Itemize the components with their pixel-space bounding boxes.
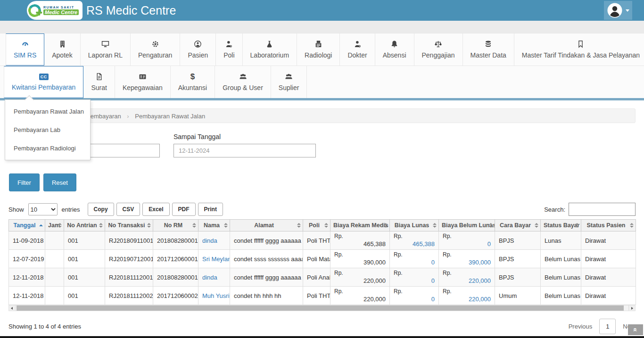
sort-icon: [384, 223, 388, 228]
biaya-belum-lunas-link[interactable]: 0: [487, 240, 491, 247]
date-filter-form: Sampai Tanggal: [17, 133, 644, 157]
nav-item-group-user[interactable]: Group & User: [215, 66, 271, 98]
table-row: 12-11-2018 001 RJ20181112002 20171206000…: [9, 287, 636, 305]
scroll-right-icon[interactable]: [628, 305, 635, 311]
column-header-biaya-rekam-medis[interactable]: Biaya Rekam Medis: [330, 220, 390, 231]
column-header-no-rm[interactable]: No RM: [153, 220, 198, 231]
patient-name-link[interactable]: Sri Meylani: [198, 250, 230, 268]
cell-cara-bayar: Umum: [495, 287, 541, 305]
nav-item-pasien[interactable]: Pasien: [180, 33, 216, 66]
horizontal-scrollbar[interactable]: [8, 305, 636, 311]
nav-item-pengaturan[interactable]: Pengaturan: [131, 33, 180, 66]
page-length-select[interactable]: 10: [28, 203, 58, 215]
nav-item-suplier[interactable]: Suplier: [271, 66, 307, 98]
cell-no-rm: 201808280001: [153, 268, 198, 287]
menu-item-pembayaran-radiologi[interactable]: Pembayaran Radiologi: [5, 139, 90, 157]
nav-item-penggajian[interactable]: Penggajian: [414, 33, 463, 66]
biaya-lunas-link[interactable]: 0: [431, 259, 435, 266]
cell-tanggal: 12-11-2018: [9, 287, 45, 305]
nav-item-kepegawaian[interactable]: Kepegawaian: [115, 66, 171, 98]
patient-name-link[interactable]: dinda: [198, 231, 230, 250]
scroll-left-icon[interactable]: [9, 305, 16, 311]
scales-icon: [434, 40, 442, 48]
nav-item-master-data[interactable]: Master Data: [463, 33, 514, 66]
cell-tanggal: 12-11-2018: [9, 268, 45, 287]
column-header-alamat[interactable]: Alamat: [230, 220, 303, 231]
column-header-no-antrian[interactable]: No Antrian: [64, 220, 105, 231]
scrollbar-thumb[interactable]: [17, 305, 624, 311]
page-1-button[interactable]: 1: [599, 319, 616, 334]
nav-item-surat[interactable]: Surat: [83, 66, 115, 98]
cell-jam: [45, 250, 64, 268]
column-header-biaya-belum-lunas[interactable]: Biaya Belum Lunas: [439, 220, 495, 231]
cell-biaya-belum-lunas: Rp.390,000: [439, 250, 495, 268]
copy-button[interactable]: Copy: [88, 203, 114, 216]
nav-item-laboratorium[interactable]: Laboratorium: [243, 33, 297, 66]
biaya-lunas-link[interactable]: 0: [431, 277, 435, 284]
payments-table: Tanggal Jam No Antrian No Transaksi No R…: [8, 219, 636, 305]
cell-biaya-belum-lunas: Rp.220,000: [439, 268, 495, 287]
logo-plus-icon: [36, 9, 42, 15]
sort-icon: [324, 223, 328, 228]
column-header-tanggal[interactable]: Tanggal: [9, 220, 45, 231]
biaya-belum-lunas-link[interactable]: 220,000: [469, 277, 491, 284]
sampai-tanggal-input[interactable]: [173, 144, 316, 157]
pagination: Previous 1 Next: [569, 319, 636, 334]
table-controls: Show 10 entries Copy CSV Excel PDF Print…: [8, 203, 636, 216]
patient-name-link[interactable]: Muh Yusri: [198, 287, 230, 305]
nav-item-absensi[interactable]: Absensi: [375, 33, 414, 66]
nav-item-dokter[interactable]: Dokter: [340, 33, 375, 66]
main-navigation: SIM RS Apotek Laporan RL Pengaturan Pasi…: [0, 21, 644, 100]
nav-item-master-tarif[interactable]: Master Tarif Tindakan & Jasa Pelayanan: [514, 33, 644, 66]
nav-item-radiologi[interactable]: Radiologi: [297, 33, 340, 66]
cell-tanggal: 11-09-2018: [9, 231, 45, 250]
biaya-lunas-link[interactable]: 465,388: [413, 240, 435, 247]
search-label: Search:: [544, 206, 565, 213]
biaya-belum-lunas-link[interactable]: 220,000: [469, 296, 491, 303]
cell-no-transaksi: RJ20180911001: [105, 231, 153, 250]
to-date-field: Sampai Tanggal: [173, 133, 316, 157]
patient-name-link[interactable]: dinda: [198, 268, 230, 287]
nav-item-akuntansi[interactable]: $ Akuntansi: [171, 66, 215, 98]
nav-item-poli[interactable]: Poli: [216, 33, 242, 66]
sort-icon: [192, 223, 196, 228]
cell-poli: Poli THT: [303, 231, 330, 250]
cell-no-transaksi: RJ20181112001: [105, 268, 153, 287]
scroll-to-top-button[interactable]: [628, 324, 643, 335]
reset-button[interactable]: Reset: [43, 173, 76, 191]
previous-page-button[interactable]: Previous: [569, 323, 593, 330]
menu-item-pembayaran-lab[interactable]: Pembayaran Lab: [5, 121, 90, 139]
nav-item-laporan-rl[interactable]: Laporan RL: [81, 33, 131, 66]
column-header-no-transaksi[interactable]: No Transaksi: [105, 220, 153, 231]
gear-icon: [151, 40, 159, 48]
filter-button[interactable]: Filter: [9, 173, 40, 191]
csv-button[interactable]: CSV: [116, 203, 140, 216]
nav-item-kwitansi-pembayaran[interactable]: CC Kwitansi Pembayaran: [4, 66, 83, 98]
pdf-button[interactable]: PDF: [172, 203, 196, 216]
column-header-nama[interactable]: Nama: [198, 220, 230, 231]
nav-item-sim-rs[interactable]: SIM RS: [6, 33, 44, 66]
column-header-biaya-lunas[interactable]: Biaya Lunas: [390, 220, 439, 231]
user-menu-button[interactable]: [604, 1, 632, 20]
search-input[interactable]: [569, 203, 636, 216]
column-header-status-bayar[interactable]: Status Bayar: [541, 220, 581, 231]
table-search: Search:: [544, 203, 636, 216]
excel-button[interactable]: Excel: [142, 203, 169, 216]
menu-item-pembayaran-rawat-jalan[interactable]: Pembayaran Rawat Jalan: [5, 102, 90, 121]
chevron-down-icon: [626, 9, 629, 12]
biaya-belum-lunas-link[interactable]: 390,000: [469, 259, 491, 266]
biaya-lunas-link[interactable]: 0: [431, 296, 435, 303]
hospital-logo[interactable]: RUMAH SAKIT Medic Centre: [27, 1, 83, 20]
column-header-jam[interactable]: Jam: [45, 220, 64, 231]
column-header-poli[interactable]: Poli: [303, 220, 330, 231]
cell-jam: [45, 268, 64, 287]
column-header-status-pasien[interactable]: Status Pasien: [581, 220, 636, 231]
cell-status-pasien: Dirawat: [581, 250, 636, 268]
print-button[interactable]: Print: [198, 203, 223, 216]
show-label: Show: [8, 206, 24, 213]
column-header-cara-bayar[interactable]: Cara Bayar: [495, 220, 541, 231]
cell-cara-bayar: BPJS: [495, 268, 541, 287]
nav-item-apotek[interactable]: Apotek: [44, 33, 81, 66]
cell-biaya-lunas: Rp.465,388: [390, 231, 439, 250]
cell-jam: [45, 231, 64, 250]
